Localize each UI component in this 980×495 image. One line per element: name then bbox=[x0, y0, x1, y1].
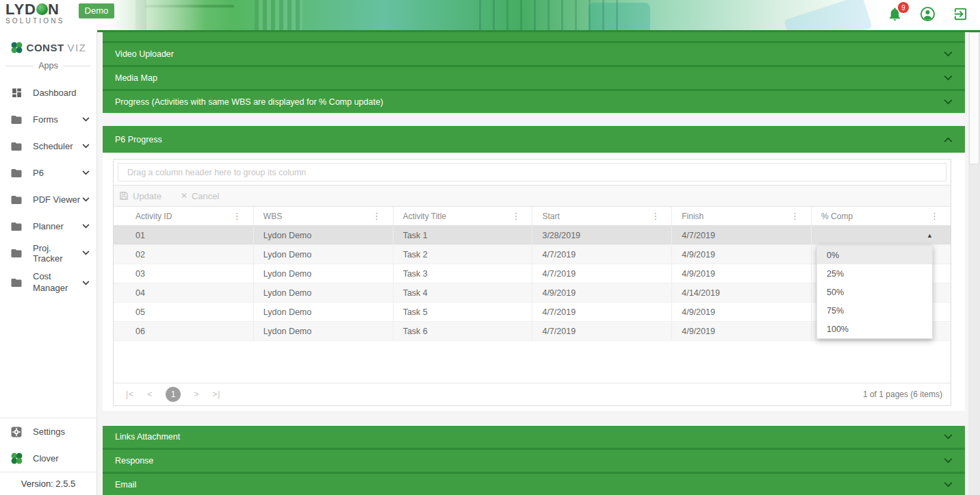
environment-badge: Demo bbox=[79, 3, 115, 18]
user-profile-button[interactable] bbox=[920, 6, 936, 23]
column-menu-icon[interactable]: ⋮ bbox=[370, 211, 383, 221]
header-photo-shape bbox=[255, 0, 302, 32]
brand-text-bold: CONST bbox=[27, 42, 64, 53]
folder-icon bbox=[10, 247, 23, 259]
notification-count-badge: 9 bbox=[898, 2, 909, 13]
sidebar-footer: Settings Clover Version: 2.5.5 bbox=[0, 418, 96, 495]
header-photo-shape bbox=[784, 0, 873, 32]
accordion-email[interactable]: Email bbox=[103, 474, 965, 495]
grid-header-row: Activity ID⋮ WBS⋮ Activity Title⋮ Start⋮… bbox=[114, 207, 951, 226]
table-row[interactable]: 01 Lydon Demo Task 1 3/28/2019 4/7/2019 … bbox=[114, 226, 951, 245]
exit-icon bbox=[953, 6, 969, 22]
save-icon bbox=[119, 191, 129, 201]
vertical-scrollbar[interactable] bbox=[968, 32, 980, 495]
folder-icon bbox=[10, 140, 23, 153]
dropdown-option-75[interactable]: 75% bbox=[817, 301, 932, 320]
sidebar-menu: Dashboard Forms Scheduler P6 PDF Viewer bbox=[0, 79, 96, 299]
chevron-down-icon bbox=[82, 144, 90, 149]
column-header-comp[interactable]: % Comp⋮ bbox=[811, 207, 951, 225]
scrollbar-thumb[interactable] bbox=[969, 32, 979, 164]
accordion-p6-progress[interactable]: P6 Progress bbox=[103, 126, 965, 153]
chevron-down-icon bbox=[944, 51, 953, 57]
accordion-media-map[interactable]: Media Map bbox=[103, 67, 965, 89]
sidebar-item-forms[interactable]: Forms bbox=[0, 106, 96, 133]
accordion-progress[interactable]: Progress (Activities with same WBS are d… bbox=[103, 91, 965, 113]
chevron-down-icon bbox=[944, 458, 953, 464]
dropdown-option-50[interactable]: 50% bbox=[817, 283, 932, 301]
dropdown-option-0[interactable]: 0% bbox=[817, 246, 932, 264]
accordion-links-attachment[interactable]: Links Attachment bbox=[103, 426, 965, 448]
notifications-button[interactable]: 9 bbox=[887, 6, 903, 23]
logo-wordmark: LYDON bbox=[5, 2, 65, 17]
sidebar-item-dashboard[interactable]: Dashboard bbox=[0, 79, 96, 106]
pager-prev-button[interactable]: < bbox=[147, 390, 153, 399]
comp-cell-editor[interactable]: ▲ bbox=[811, 226, 951, 244]
header-actions: 9 bbox=[887, 6, 969, 23]
column-menu-icon[interactable]: ⋮ bbox=[649, 211, 662, 221]
header-photo-shape bbox=[589, 3, 650, 32]
header-photo-shape bbox=[479, 0, 623, 32]
column-header-activity-title[interactable]: Activity Title⋮ bbox=[393, 207, 532, 225]
app-root: LYDON SOLUTIONS Demo 9 bbox=[0, 0, 980, 495]
chevron-down-icon bbox=[944, 482, 953, 487]
column-menu-icon[interactable]: ⋮ bbox=[788, 211, 801, 221]
pager-summary: 1 of 1 pages (6 items) bbox=[863, 390, 942, 399]
dropdown-option-25[interactable]: 25% bbox=[817, 264, 932, 283]
chevron-down-icon bbox=[82, 224, 90, 229]
chevron-down-icon bbox=[82, 170, 90, 175]
chevron-down-icon bbox=[82, 197, 90, 202]
column-header-start[interactable]: Start⋮ bbox=[532, 207, 671, 225]
chevron-down-icon bbox=[944, 99, 953, 105]
top-accordion-group: Video Uploader Media Map Progress (Activ… bbox=[103, 32, 965, 113]
sidebar-item-clover[interactable]: Clover bbox=[0, 445, 96, 472]
clover-brand-icon bbox=[10, 41, 23, 54]
column-header-finish[interactable]: Finish⋮ bbox=[671, 207, 811, 225]
folder-icon bbox=[10, 194, 23, 206]
pager-first-button[interactable]: |< bbox=[126, 390, 134, 399]
company-logo: LYDON SOLUTIONS Demo bbox=[5, 2, 114, 25]
sidebar-item-proj-tracker[interactable]: Proj. Tracker bbox=[0, 240, 96, 266]
logout-button[interactable] bbox=[953, 6, 969, 23]
sidebar-item-p6[interactable]: P6 bbox=[0, 160, 96, 186]
pager-current-page[interactable]: 1 bbox=[166, 387, 181, 402]
pager-next-button[interactable]: > bbox=[194, 390, 199, 399]
accordion-video-uploader[interactable]: Video Uploader bbox=[103, 43, 965, 65]
folder-icon bbox=[10, 220, 23, 233]
sidebar-item-cost-manager[interactable]: Cost Manager bbox=[0, 266, 96, 299]
gear-icon bbox=[10, 426, 23, 438]
chevron-up-icon bbox=[944, 137, 953, 142]
constviz-brand: CONSTVIZ bbox=[0, 32, 96, 54]
dropdown-option-100[interactable]: 100% bbox=[817, 320, 932, 338]
pager-last-button[interactable]: >| bbox=[212, 390, 220, 399]
bottom-accordion-group: Links Attachment Response Email bbox=[103, 426, 965, 495]
cancel-button[interactable]: ✕ Cancel bbox=[181, 191, 220, 201]
chevron-down-icon bbox=[944, 434, 953, 440]
comp-dropdown-popup: 0% 25% 50% 75% 100% bbox=[816, 245, 933, 339]
app-version: Version: 2.5.5 bbox=[0, 472, 96, 495]
sidebar-item-settings[interactable]: Settings bbox=[0, 418, 96, 445]
sidebar-item-scheduler[interactable]: Scheduler bbox=[0, 133, 96, 160]
column-menu-icon[interactable]: ⋮ bbox=[928, 211, 941, 221]
apps-section-label: Apps bbox=[5, 61, 91, 71]
chevron-down-icon bbox=[82, 281, 90, 285]
column-header-activity-id[interactable]: Activity ID⋮ bbox=[114, 207, 253, 225]
column-menu-icon[interactable]: ⋮ bbox=[509, 211, 522, 221]
logo-subtitle: SOLUTIONS bbox=[5, 18, 65, 25]
grid-group-area: Drag a column header here to group its c… bbox=[114, 160, 951, 186]
chevron-down-icon bbox=[82, 251, 90, 255]
logo-globe-icon: O bbox=[36, 3, 48, 15]
dropdown-collapse-caret[interactable]: ▲ bbox=[927, 232, 944, 239]
accordion-response[interactable]: Response bbox=[103, 450, 965, 472]
update-button[interactable]: Update bbox=[119, 191, 162, 201]
avatar-icon bbox=[920, 6, 936, 22]
group-drop-hint: Drag a column header here to group its c… bbox=[118, 163, 946, 181]
sidebar-item-planner[interactable]: Planner bbox=[0, 213, 96, 240]
folder-icon bbox=[10, 277, 23, 289]
brand-text-light: VIZ bbox=[68, 42, 87, 53]
column-header-wbs[interactable]: WBS⋮ bbox=[253, 207, 393, 225]
sidebar-item-pdf-viewer[interactable]: PDF Viewer bbox=[0, 186, 96, 213]
grid-pager: |< < 1 > >| 1 of 1 pages (6 items) bbox=[114, 383, 951, 405]
x-icon: ✕ bbox=[181, 191, 188, 201]
folder-icon bbox=[10, 114, 23, 126]
column-menu-icon[interactable]: ⋮ bbox=[231, 211, 244, 221]
